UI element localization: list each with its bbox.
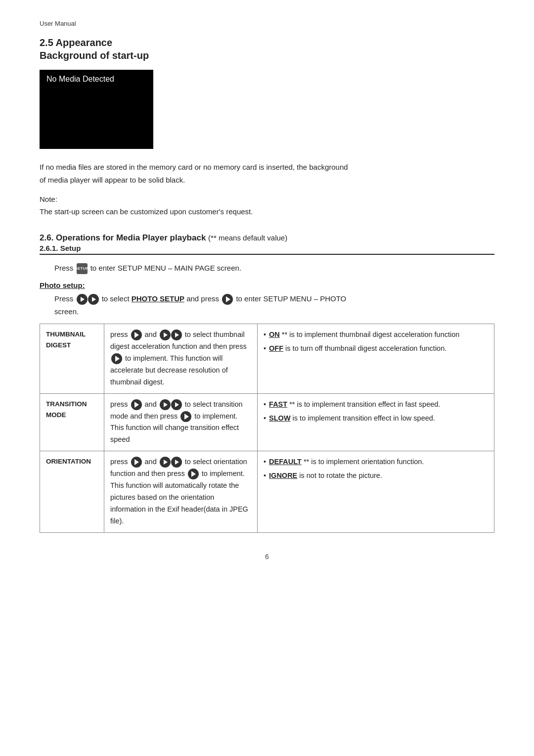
fast-label: FAST xyxy=(269,400,287,408)
bullet-item: • FAST ** is to implement transition eff… xyxy=(264,399,488,411)
page-number: 6 xyxy=(40,553,494,561)
orientation-label: ORIENTATION xyxy=(46,458,91,465)
section-25-subtitle: Background of start-up xyxy=(40,50,149,61)
bullet-item: • DEFAULT ** is to implement orientation… xyxy=(264,456,488,468)
section-25-title: 2.5 Appearance Background of start-up xyxy=(40,36,494,62)
user-manual-label: User Manual xyxy=(40,20,494,27)
press-setup-text: to enter SETUP MENU – MAIN PAGE screen. xyxy=(90,264,241,272)
photo-press-row: Press to select PHOTO SETUP and press to… xyxy=(40,292,494,318)
double-circle-icon-2 xyxy=(160,330,182,340)
photo-setup-label: Photo setup: xyxy=(40,281,494,289)
bullet-item: • IGNORE is not to rotate the picture. xyxy=(264,470,488,482)
setup-label-text: 2.6.1. Setup xyxy=(40,244,81,252)
description-1-line2: of media player will appear to be solid … xyxy=(40,176,185,184)
table-cell-desc-thumbnail: press and to select thumbnail digest acc… xyxy=(104,324,258,394)
description-1-line1: If no media files are stored in the memo… xyxy=(40,163,348,171)
table-cell-options-orientation: • DEFAULT ** is to implement orientation… xyxy=(258,451,494,533)
section-261-label: 2.6.1. Setup xyxy=(40,244,494,255)
table-cell-options-thumbnail: • ON ** is to implement thumbnail digest… xyxy=(258,324,494,394)
table-cell-label-thumbnail: THUMBNAIL DIGEST xyxy=(40,324,104,394)
ignore-label: IGNORE xyxy=(269,472,297,479)
bullet-item: • OFF is to turn off thumbnail digest ac… xyxy=(264,343,488,355)
section-26-title-note: (** means default value) xyxy=(208,234,287,242)
bullet-item: • SLOW is to implement transition effect… xyxy=(264,413,488,425)
double-circle-icon-3 xyxy=(160,399,182,410)
table-row: TRANSITION MODE press and to select tran… xyxy=(40,393,494,451)
digest-label: DIGEST xyxy=(46,341,71,349)
bullet-item: • ON ** is to implement thumbnail digest… xyxy=(264,329,488,341)
section-25-title-text: 2.5 Appearance xyxy=(40,37,112,48)
table-cell-desc-orientation: press and to select orientation function… xyxy=(104,451,258,533)
table-row: THUMBNAIL DIGEST press and to select thu… xyxy=(40,324,494,394)
table-cell-label-transition: TRANSITION MODE xyxy=(40,393,104,451)
table-cell-desc-transition: press and to select transition mode and … xyxy=(104,393,258,451)
double-circle-icon-1 xyxy=(77,294,99,305)
table-row: ORIENTATION press and to select orientat… xyxy=(40,451,494,533)
black-screen-preview: No Media Detected xyxy=(40,70,153,149)
photo-screen-label: screen. xyxy=(54,307,79,316)
photo-press-text3: to enter SETUP MENU – PHOTO xyxy=(236,294,346,303)
thumbnail-label: THUMBNAIL xyxy=(46,331,86,338)
settings-table: THUMBNAIL DIGEST press and to select thu… xyxy=(40,324,494,533)
double-circle-icon-4 xyxy=(160,457,182,468)
circle-play-icon-4 xyxy=(131,399,142,410)
note-label: Note: xyxy=(40,195,494,203)
note-section: Note: The start-up screen can be customi… xyxy=(40,195,494,218)
section-26-title-text: 2.6. Operations for Media Player playbac… xyxy=(40,233,206,242)
circle-play-icon-7 xyxy=(188,469,199,479)
slow-label: SLOW xyxy=(269,414,291,422)
transition-label: TRANSITION xyxy=(46,400,87,408)
description-1: If no media files are stored in the memo… xyxy=(40,161,485,186)
section-26-title: 2.6. Operations for Media Player playbac… xyxy=(40,233,494,243)
photo-press-text1: to select xyxy=(102,294,130,303)
table-cell-options-transition: • FAST ** is to implement transition eff… xyxy=(258,393,494,451)
mode-label: MODE xyxy=(46,411,66,419)
circle-play-icon-3 xyxy=(111,353,122,364)
off-label: OFF xyxy=(269,344,283,352)
photo-setup-underline: PHOTO SETUP xyxy=(132,294,184,303)
note-text: The start-up screen can be customized up… xyxy=(40,205,494,218)
circle-play-icon-5 xyxy=(180,411,191,422)
default-label: DEFAULT xyxy=(269,458,302,466)
on-label: ON xyxy=(269,331,280,338)
circle-play-icon-2 xyxy=(131,330,142,340)
photo-press-text2: and press xyxy=(186,294,219,303)
table-cell-label-orientation: ORIENTATION xyxy=(40,451,104,533)
no-media-text: No Media Detected xyxy=(46,75,114,84)
press-setup-row: Press SETUP to enter SETUP MENU – MAIN P… xyxy=(40,262,494,275)
circle-play-icon-6 xyxy=(131,457,142,468)
setup-icon: SETUP xyxy=(77,263,88,274)
circle-play-icon-1 xyxy=(222,294,233,305)
